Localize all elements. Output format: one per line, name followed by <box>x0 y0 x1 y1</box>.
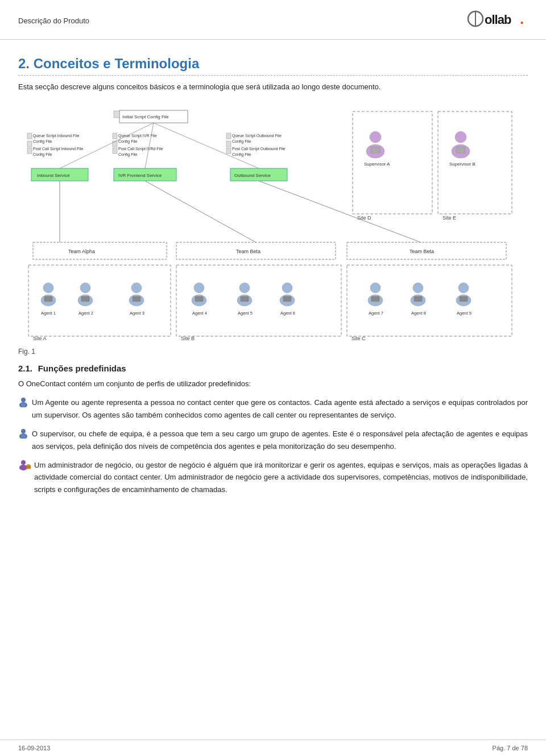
svg-rect-63 <box>44 296 52 301</box>
svg-point-93 <box>458 283 469 293</box>
svg-text:Site E: Site E <box>442 215 456 221</box>
svg-rect-33 <box>27 133 32 139</box>
svg-rect-71 <box>133 296 140 301</box>
svg-point-69 <box>131 283 142 293</box>
svg-point-54 <box>455 131 466 143</box>
agente-bold: Agente <box>46 398 69 407</box>
agente-prefix: Um <box>32 398 46 407</box>
svg-point-89 <box>413 283 423 293</box>
svg-text:Queue Script Inbound File: Queue Script Inbound File <box>33 134 79 138</box>
svg-rect-75 <box>195 296 203 301</box>
svg-rect-91 <box>414 296 422 301</box>
page-content: 2. Conceitos e Terminologia Esta secção … <box>0 40 546 514</box>
svg-text:Inbound Service: Inbound Service <box>37 173 70 178</box>
section-intro: Esta secção descreve alguns conceitos bá… <box>18 81 528 93</box>
page-footer: 16-09-2013 Pág. 7 de 78 <box>0 740 546 756</box>
svg-line-59 <box>145 181 256 242</box>
svg-rect-67 <box>81 296 89 301</box>
svg-text:Site A: Site A <box>33 336 47 341</box>
svg-text:Supervisor A: Supervisor A <box>364 162 390 167</box>
svg-text:Config File: Config File <box>118 152 138 157</box>
svg-rect-79 <box>241 296 249 301</box>
supervisor-para: O supervisor, ou chefe de equipa, é a pe… <box>18 428 528 452</box>
fig-label: Fig. 1 <box>18 348 528 356</box>
admin-bold: administrador de negócio <box>48 461 131 469</box>
svg-text:Agent 1: Agent 1 <box>41 311 56 316</box>
svg-text:Site D: Site D <box>357 215 371 221</box>
administrador-icon <box>18 460 31 473</box>
svg-text:Config File: Config File <box>118 139 138 144</box>
supervisor-suffix: , ou chefe de equipa, é a pessoa que tem… <box>32 429 528 450</box>
svg-rect-83 <box>283 296 291 301</box>
svg-point-65 <box>80 283 90 293</box>
svg-point-100 <box>21 398 26 402</box>
section-title-text: Conceitos e Terminologia <box>34 56 200 71</box>
svg-text:Agent 4: Agent 4 <box>192 311 207 316</box>
svg-line-97 <box>60 123 154 168</box>
svg-text:Initial Script Config File: Initial Script Config File <box>122 114 169 119</box>
supervisor-bold: supervisor <box>40 429 73 438</box>
svg-text:.: . <box>520 10 523 27</box>
svg-text:Team Beta: Team Beta <box>236 249 260 254</box>
administrador-para: Um administrador de negócio, ou gestor d… <box>18 459 528 495</box>
svg-text:Config File: Config File <box>232 152 251 157</box>
svg-text:ollab: ollab <box>485 13 511 27</box>
svg-point-81 <box>282 283 292 293</box>
svg-rect-102 <box>21 403 26 407</box>
svg-text:Post Call Script Inbound File: Post Call Script Inbound File <box>33 147 83 151</box>
svg-point-103 <box>21 429 26 433</box>
svg-text:Post Call Script IVRd File: Post Call Script IVRd File <box>118 147 163 151</box>
svg-point-106 <box>21 460 26 465</box>
svg-text:Agent 5: Agent 5 <box>238 311 253 316</box>
svg-line-99 <box>154 123 259 168</box>
agente-suffix: ou agente representa a pessoa no contact… <box>32 398 528 419</box>
section-title: 2. Conceitos e Terminologia <box>18 56 528 76</box>
svg-text:Agent 2: Agent 2 <box>78 311 93 316</box>
svg-rect-105 <box>21 435 26 438</box>
svg-text:Queue Script Outbound File: Queue Script Outbound File <box>232 134 282 138</box>
svg-point-61 <box>43 283 53 293</box>
agente-text: Um Agente ou agente representa a pessoa … <box>32 396 528 421</box>
agente-para: Um Agente ou agente representa a pessoa … <box>18 396 528 421</box>
svg-rect-47 <box>226 133 231 139</box>
supervisor-icon <box>18 428 28 440</box>
page-header: Descrição do Produto ollab . <box>0 0 546 40</box>
svg-rect-87 <box>371 296 379 301</box>
agente-icon <box>18 397 28 409</box>
svg-point-50 <box>370 131 381 143</box>
svg-text:Agent 8: Agent 8 <box>411 311 426 316</box>
subsection-header: 2.1. Funções predefinidas <box>18 363 528 373</box>
svg-rect-42 <box>113 148 117 154</box>
administrador-text: Um administrador de negócio, ou gestor d… <box>34 459 528 495</box>
subsection-title-text: Funções predefinidas <box>38 363 126 373</box>
svg-point-85 <box>370 283 380 293</box>
svg-text:Config File: Config File <box>232 139 251 144</box>
svg-rect-41 <box>113 141 117 147</box>
header-title: Descrição do Produto <box>18 16 89 25</box>
svg-line-60 <box>259 181 421 242</box>
svg-text:Site B: Site B <box>181 336 195 341</box>
svg-rect-35 <box>27 148 32 154</box>
svg-rect-22 <box>114 111 119 118</box>
supervisor-text: O supervisor, ou chefe de equipa, é a pe… <box>32 428 528 452</box>
supervisor-prefix: O <box>32 429 40 438</box>
logo-svg: ollab . <box>465 8 528 30</box>
svg-line-98 <box>145 123 154 168</box>
svg-text:Site C: Site C <box>351 336 366 341</box>
svg-rect-95 <box>460 296 468 301</box>
svg-point-73 <box>194 283 204 293</box>
svg-text:Config File: Config File <box>33 139 52 144</box>
svg-text:Agent 9: Agent 9 <box>457 311 471 316</box>
footer-page: Pág. 7 de 78 <box>493 745 528 751</box>
svg-text:IVR Frontend Service: IVR Frontend Service <box>118 173 162 178</box>
admin-prefix: Um <box>34 461 48 469</box>
svg-rect-48 <box>226 141 231 147</box>
svg-point-77 <box>239 283 250 293</box>
svg-rect-40 <box>113 133 117 139</box>
diagram-svg: Site D Site E Site A Site B Site C Team … <box>23 106 523 342</box>
footer-date: 16-09-2013 <box>18 745 50 751</box>
svg-rect-34 <box>27 141 32 147</box>
svg-text:Agent 7: Agent 7 <box>369 311 383 316</box>
svg-text:Team Beta: Team Beta <box>410 249 434 254</box>
architecture-diagram: Site D Site E Site A Site B Site C Team … <box>18 106 528 342</box>
